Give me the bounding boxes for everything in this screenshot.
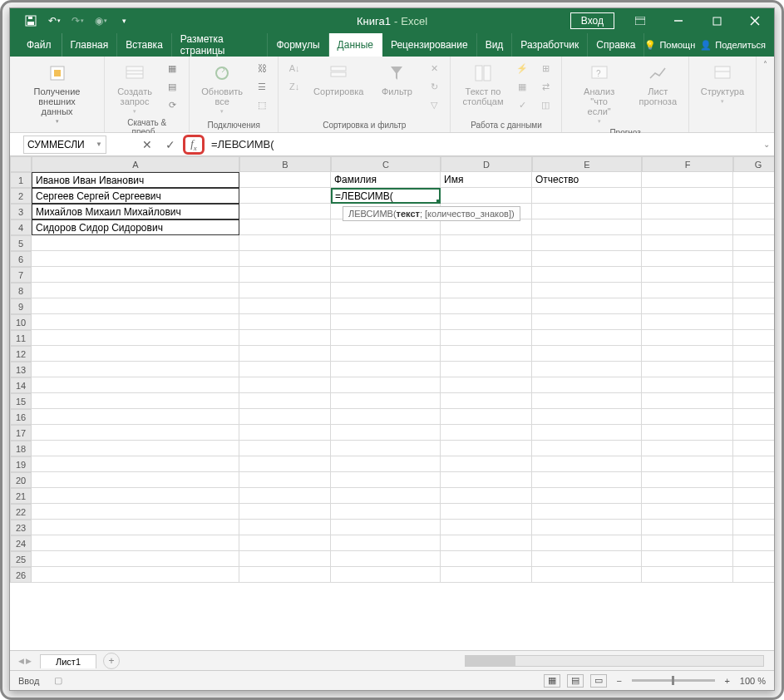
cell-D10[interactable]	[441, 314, 532, 330]
cell-D5[interactable]	[441, 235, 532, 251]
cell-D14[interactable]	[441, 377, 532, 393]
confirm-edit-button[interactable]: ✓	[160, 135, 181, 155]
cell-F6[interactable]	[642, 251, 733, 267]
what-if-button[interactable]: ? Анализ "что если" ▾	[569, 60, 629, 126]
forecast-sheet-button[interactable]: Лист прогноза	[634, 60, 682, 108]
row-header-7[interactable]: 7	[10, 267, 32, 283]
ribbon-display-icon[interactable]	[621, 8, 659, 33]
cell-D26[interactable]	[441, 567, 532, 583]
cell-B12[interactable]	[239, 346, 331, 362]
collapse-ribbon-icon[interactable]: ˄	[757, 57, 774, 132]
cell-C15[interactable]	[331, 393, 441, 409]
cell-E16[interactable]	[532, 409, 642, 425]
cell-F3[interactable]	[642, 204, 733, 219]
spreadsheet-grid[interactable]: ABCDEFG1Иванов Иван ИвановичФамилияИмяОт…	[10, 156, 774, 650]
zoom-out-button[interactable]: −	[614, 676, 625, 686]
tab-вид[interactable]: Вид	[477, 33, 513, 57]
cell-A11[interactable]	[32, 330, 239, 346]
row-header-11[interactable]: 11	[10, 330, 32, 346]
row-header-22[interactable]: 22	[10, 504, 32, 520]
cell-E4[interactable]	[532, 219, 642, 235]
cell-G6[interactable]	[733, 251, 774, 267]
cell-G17[interactable]	[733, 425, 774, 441]
cell-C23[interactable]	[331, 520, 441, 535]
clear-filter-icon[interactable]: ✕	[425, 60, 443, 76]
cell-C8[interactable]	[331, 283, 441, 298]
cell-G8[interactable]	[733, 283, 774, 298]
row-header-10[interactable]: 10	[10, 314, 32, 330]
cell-D15[interactable]	[441, 393, 532, 409]
cell-B15[interactable]	[239, 393, 331, 409]
filter-button[interactable]: Фильтр	[373, 60, 420, 98]
cell-A12[interactable]	[32, 346, 239, 362]
cell-G13[interactable]	[733, 362, 774, 377]
cell-F23[interactable]	[642, 520, 733, 535]
row-header-9[interactable]: 9	[10, 298, 32, 314]
cell-B23[interactable]	[239, 520, 331, 535]
cell-A26[interactable]	[32, 567, 239, 583]
cell-E11[interactable]	[532, 330, 642, 346]
cell-G16[interactable]	[733, 409, 774, 425]
cell-F25[interactable]	[642, 551, 733, 567]
cell-E9[interactable]	[532, 298, 642, 314]
tab-разработчик[interactable]: Разработчик	[512, 33, 588, 57]
close-button[interactable]	[736, 8, 774, 33]
cell-D6[interactable]	[441, 251, 532, 267]
cell-D11[interactable]	[441, 330, 532, 346]
cell-G11[interactable]	[733, 330, 774, 346]
cell-F21[interactable]	[642, 488, 733, 504]
row-header-1[interactable]: 1	[10, 172, 32, 188]
cell-C1[interactable]: Фамилия	[331, 172, 441, 188]
cell-D16[interactable]	[441, 409, 532, 425]
cell-A4[interactable]: Сидоров Сидор Сидорович	[32, 219, 239, 235]
cell-G15[interactable]	[733, 393, 774, 409]
row-header-21[interactable]: 21	[10, 488, 32, 504]
cell-A7[interactable]	[32, 267, 239, 283]
row-header-15[interactable]: 15	[10, 393, 32, 409]
cell-B24[interactable]	[239, 535, 331, 551]
cell-D24[interactable]	[441, 535, 532, 551]
cell-D17[interactable]	[441, 425, 532, 441]
cell-F9[interactable]	[642, 298, 733, 314]
cell-D20[interactable]	[441, 472, 532, 488]
name-box[interactable]: СУММЕСЛИ ▼	[23, 136, 106, 154]
recent-sources-icon[interactable]: ⟳	[163, 96, 181, 113]
cell-F8[interactable]	[642, 283, 733, 298]
cell-D19[interactable]	[441, 456, 532, 472]
cell-E7[interactable]	[532, 267, 642, 283]
cell-E21[interactable]	[532, 488, 642, 504]
col-header-D[interactable]: D	[441, 156, 532, 172]
cell-B8[interactable]	[239, 283, 331, 298]
cell-E12[interactable]	[532, 346, 642, 362]
cell-G20[interactable]	[733, 472, 774, 488]
cell-B2[interactable]	[239, 188, 331, 204]
sheet-nav-prev-icon[interactable]: ◀	[18, 657, 24, 665]
cell-A22[interactable]	[32, 504, 239, 520]
cell-D23[interactable]	[441, 520, 532, 535]
sort-za-icon[interactable]: Z↓	[285, 78, 303, 95]
sheet-tab[interactable]: Лист1	[40, 654, 96, 668]
cell-B7[interactable]	[239, 267, 331, 283]
cell-B19[interactable]	[239, 456, 331, 472]
cell-B9[interactable]	[239, 298, 331, 314]
cell-G23[interactable]	[733, 520, 774, 535]
cell-E2[interactable]	[532, 188, 642, 204]
cell-C6[interactable]	[331, 251, 441, 267]
cell-G12[interactable]	[733, 346, 774, 362]
row-header-25[interactable]: 25	[10, 551, 32, 567]
cell-C12[interactable]	[331, 346, 441, 362]
cell-C9[interactable]	[331, 298, 441, 314]
cell-A13[interactable]	[32, 362, 239, 377]
cell-F13[interactable]	[642, 362, 733, 377]
cell-E26[interactable]	[532, 567, 642, 583]
cell-G5[interactable]	[733, 235, 774, 251]
col-header-A[interactable]: A	[32, 156, 239, 172]
sort-az-icon[interactable]: A↓	[285, 60, 303, 76]
cell-G9[interactable]	[733, 298, 774, 314]
cell-D25[interactable]	[441, 551, 532, 567]
undo-icon[interactable]: ↶▾	[45, 12, 63, 30]
row-header-24[interactable]: 24	[10, 535, 32, 551]
cell-B5[interactable]	[239, 235, 331, 251]
row-header-3[interactable]: 3	[10, 204, 32, 219]
cell-B14[interactable]	[239, 377, 331, 393]
